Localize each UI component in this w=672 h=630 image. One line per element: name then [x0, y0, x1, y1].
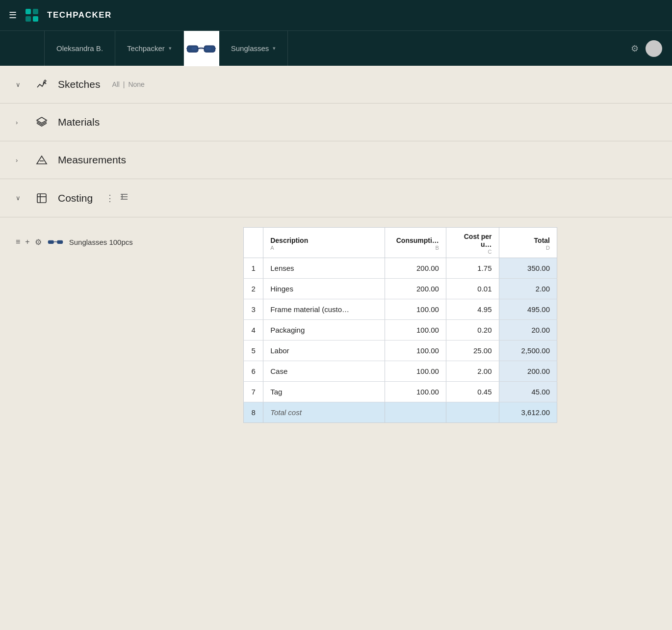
logo-icon: [24, 7, 40, 24]
costing-chevron[interactable]: ∨: [16, 194, 26, 202]
cell-total[interactable]: 495.00: [499, 299, 557, 320]
col-header-total: Total D: [499, 228, 557, 258]
table-row: 3Frame material (custo…100.004.95495.00: [244, 299, 557, 320]
avatar[interactable]: [646, 40, 662, 57]
sheet-drag-icon[interactable]: ≡: [16, 237, 20, 246]
col-header-consumption: Consumpti… B: [385, 228, 446, 258]
cell-total[interactable]: 350.00: [499, 258, 557, 279]
sheet-controls: ≡ + ⚙ Sunglasses 100pcs: [16, 232, 232, 254]
cell-consumption[interactable]: 100.00: [385, 341, 446, 361]
sketches-icon: [34, 79, 49, 90]
svg-rect-1: [33, 9, 38, 14]
product-thumbnail[interactable]: [184, 31, 219, 66]
svg-rect-3: [33, 16, 38, 22]
cell-description[interactable]: Lenses: [263, 258, 385, 279]
cell-consumption[interactable]: 200.00: [385, 279, 446, 299]
costing-left-panel: ≡ + ⚙ Sunglasses 100pcs: [16, 227, 232, 423]
svg-rect-13: [37, 194, 46, 203]
product-nav-item[interactable]: Sunglasses ▾: [219, 31, 288, 66]
svg-marker-11: [37, 156, 47, 164]
cell-total[interactable]: 2,500.00: [499, 341, 557, 361]
cell-consumption[interactable]: [385, 402, 446, 423]
materials-title: Materials: [58, 116, 100, 128]
sketches-title: Sketches: [58, 79, 100, 90]
settings-icon[interactable]: ⚙: [631, 43, 639, 54]
table-row: 1Lenses200.001.75350.00: [244, 258, 557, 279]
cell-cost-per-unit[interactable]: 0.45: [446, 382, 499, 402]
sketches-section-row[interactable]: ∨ Sketches All | None: [0, 66, 672, 104]
sheet-name[interactable]: Sunglasses 100pcs: [69, 238, 133, 246]
cell-description[interactable]: Case: [263, 361, 385, 382]
sketches-sep: |: [123, 80, 125, 88]
nav-right: ⚙: [631, 40, 672, 57]
cell-description[interactable]: Tag: [263, 382, 385, 402]
costing-more-icon[interactable]: ⋮: [105, 193, 114, 204]
cell-total[interactable]: 200.00: [499, 361, 557, 382]
cell-consumption[interactable]: 100.00: [385, 361, 446, 382]
cell-total[interactable]: 3,612.00: [499, 402, 557, 423]
cell-description[interactable]: Labor: [263, 341, 385, 361]
cell-num: 8: [244, 402, 263, 423]
measurements-title: Measurements: [58, 154, 126, 166]
cell-cost-per-unit[interactable]: 25.00: [446, 341, 499, 361]
cell-consumption[interactable]: 100.00: [385, 382, 446, 402]
cell-total[interactable]: 20.00: [499, 320, 557, 341]
col-header-num: [244, 228, 263, 258]
cell-description[interactable]: Total cost: [263, 402, 385, 423]
sheet-add-icon[interactable]: +: [25, 237, 29, 246]
cell-consumption[interactable]: 100.00: [385, 299, 446, 320]
svg-rect-9: [192, 47, 197, 50]
table-row: 6Case100.002.00200.00: [244, 361, 557, 382]
cell-description[interactable]: Hinges: [263, 279, 385, 299]
cell-description[interactable]: Frame material (custo…: [263, 299, 385, 320]
user-name: Oleksandra B.: [56, 44, 103, 52]
brand-nav-item[interactable]: Techpacker ▾: [115, 31, 184, 66]
materials-section-row[interactable]: › Materials: [0, 104, 672, 141]
user-nav-item[interactable]: Oleksandra B.: [44, 31, 115, 66]
sketches-all-link[interactable]: All: [112, 80, 120, 88]
svg-rect-20: [48, 240, 53, 244]
costing-content: ≡ + ⚙ Sunglasses 100pcs: [0, 217, 672, 443]
cell-description[interactable]: Packaging: [263, 320, 385, 341]
measurements-chevron: ›: [16, 157, 26, 164]
cell-num: 4: [244, 320, 263, 341]
col-header-description: Description A: [263, 228, 385, 258]
svg-rect-2: [26, 16, 31, 22]
sheet-thumbnail: [47, 236, 64, 248]
costing-title: Costing: [58, 192, 93, 204]
cell-cost-per-unit[interactable]: 4.95: [446, 299, 499, 320]
costing-icon: [34, 192, 49, 204]
cell-num: 5: [244, 341, 263, 361]
top-nav: ☰ TECHPACKER: [0, 0, 672, 30]
cell-num: 7: [244, 382, 263, 402]
svg-rect-21: [57, 240, 63, 244]
materials-icon: [34, 116, 49, 128]
costing-actions: ⋮: [105, 192, 129, 204]
product-dropdown-arrow: ▾: [273, 45, 276, 52]
sketches-none-link[interactable]: None: [128, 80, 144, 88]
hamburger-icon[interactable]: ☰: [9, 10, 17, 21]
cell-total[interactable]: 2.00: [499, 279, 557, 299]
table-row: 5Labor100.0025.002,500.00: [244, 341, 557, 361]
sketches-meta: All | None: [112, 80, 144, 88]
measurements-section-row[interactable]: › Measurements: [0, 141, 672, 179]
second-nav: Oleksandra B. Techpacker ▾ Sunglasses ▾ …: [0, 30, 672, 66]
materials-chevron: ›: [16, 119, 26, 126]
cell-cost-per-unit[interactable]: 1.75: [446, 258, 499, 279]
cell-total[interactable]: 45.00: [499, 382, 557, 402]
cell-num: 3: [244, 299, 263, 320]
table-row: 2Hinges200.000.012.00: [244, 279, 557, 299]
measurements-icon: [34, 154, 49, 166]
main-content: ∨ Sketches All | None › Materials ›: [0, 66, 672, 630]
glasses-svg: [186, 39, 216, 58]
cell-cost-per-unit[interactable]: 0.01: [446, 279, 499, 299]
cell-consumption[interactable]: 200.00: [385, 258, 446, 279]
costing-table-wrap: Description A Consumpti… B Cost per u… C: [243, 227, 656, 423]
svg-rect-10: [206, 47, 211, 50]
cell-cost-per-unit[interactable]: 0.20: [446, 320, 499, 341]
cell-consumption[interactable]: 100.00: [385, 320, 446, 341]
costing-list-icon[interactable]: [119, 192, 129, 204]
cell-cost-per-unit[interactable]: [446, 402, 499, 423]
sheet-settings-icon[interactable]: ⚙: [35, 237, 42, 247]
cell-cost-per-unit[interactable]: 2.00: [446, 361, 499, 382]
